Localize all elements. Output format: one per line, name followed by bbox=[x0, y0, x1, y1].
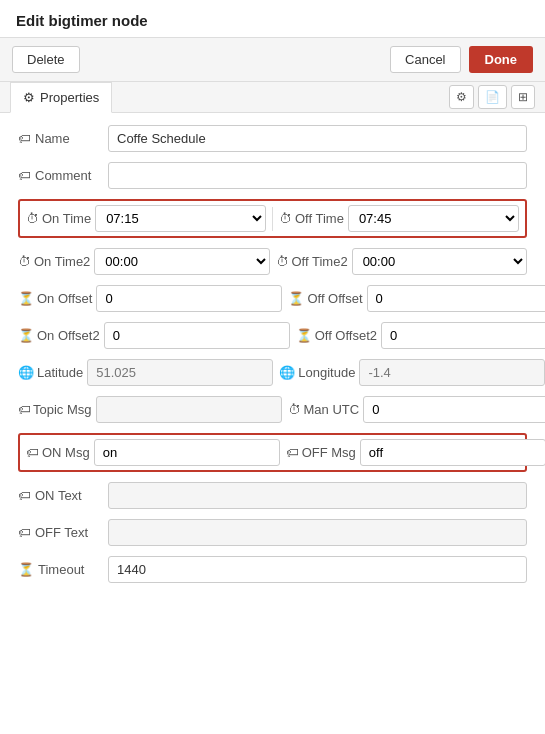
clock-icon-utc: ⏱ bbox=[288, 402, 301, 417]
on-time-cell: ⏱ On Time 07:15 bbox=[26, 205, 266, 232]
tag-icon-offtext: 🏷 bbox=[18, 525, 31, 540]
hourglass-icon-on: ⏳ bbox=[18, 291, 34, 306]
off-offset2-label: ⏳ Off Offset2 bbox=[296, 328, 377, 343]
off-time-cell: ⏱ Off Time 07:45 bbox=[279, 205, 519, 232]
longitude-cell: 🌐 Longitude bbox=[279, 359, 545, 386]
latitude-label: 🌐 Latitude bbox=[18, 365, 83, 380]
off-offset-cell: ⏳ Off Offset bbox=[288, 285, 545, 312]
manutc-cell: ⏱ Man UTC bbox=[288, 396, 545, 423]
comment-label: 🏷 Comment bbox=[18, 168, 108, 183]
delete-button[interactable]: Delete bbox=[12, 46, 80, 73]
off-msg-label: 🏷 OFF Msg bbox=[286, 445, 356, 460]
clock-icon-off2: ⏱ bbox=[276, 254, 289, 269]
off-offset-label: ⏳ Off Offset bbox=[288, 291, 362, 306]
comment-input[interactable] bbox=[108, 162, 527, 189]
latitude-input[interactable] bbox=[87, 359, 273, 386]
on-off-time2-row: ⏱ On Time2 00:00 ⏱ Off Time2 00:00 bbox=[18, 248, 527, 275]
gear-icon: ⚙ bbox=[23, 90, 35, 105]
tabs-bar: ⚙ Properties ⚙ 📄 ⊞ bbox=[0, 82, 545, 113]
tag-icon-onmsg: 🏷 bbox=[26, 445, 39, 460]
topic-label: 🏷 Topic Msg bbox=[18, 402, 92, 417]
longitude-input[interactable] bbox=[359, 359, 545, 386]
clock-icon-on: ⏱ bbox=[26, 211, 39, 226]
tab-properties[interactable]: ⚙ Properties bbox=[10, 82, 112, 113]
off-text-input[interactable] bbox=[108, 519, 527, 546]
topic-input[interactable] bbox=[96, 396, 282, 423]
off-offset-input[interactable] bbox=[367, 285, 545, 312]
on-offset2-label: ⏳ On Offset2 bbox=[18, 328, 100, 343]
tab-icons: ⚙ 📄 ⊞ bbox=[449, 85, 535, 109]
tag-icon-offmsg: 🏷 bbox=[286, 445, 299, 460]
on-offset2-cell: ⏳ On Offset2 bbox=[18, 322, 290, 349]
on-msg-label: 🏷 ON Msg bbox=[26, 445, 90, 460]
off-offset2-input[interactable] bbox=[381, 322, 545, 349]
tab-icon-doc[interactable]: 📄 bbox=[478, 85, 507, 109]
name-input[interactable] bbox=[108, 125, 527, 152]
manutc-input[interactable] bbox=[363, 396, 545, 423]
on-off-offset2-row: ⏳ On Offset2 ⏳ Off Offset2 bbox=[18, 322, 527, 349]
on-off-msg-row: 🏷 ON Msg 🏷 OFF Msg bbox=[18, 433, 527, 472]
comment-row: 🏷 Comment bbox=[18, 162, 527, 189]
clock-icon-off: ⏱ bbox=[279, 211, 292, 226]
off-offset2-cell: ⏳ Off Offset2 bbox=[296, 322, 545, 349]
topic-manutc-row: 🏷 Topic Msg ⏱ Man UTC bbox=[18, 396, 527, 423]
name-label: 🏷 Name bbox=[18, 131, 108, 146]
off-time2-label: ⏱ Off Time2 bbox=[276, 254, 348, 269]
off-msg-cell: 🏷 OFF Msg bbox=[286, 439, 545, 466]
on-msg-cell: 🏷 ON Msg bbox=[26, 439, 280, 466]
toolbar: Delete Cancel Done bbox=[0, 38, 545, 82]
longitude-label: 🌐 Longitude bbox=[279, 365, 355, 380]
page-header: Edit bigtimer node bbox=[0, 0, 545, 38]
hourglass-icon-off: ⏳ bbox=[288, 291, 304, 306]
globe-icon-lat: 🌐 bbox=[18, 365, 34, 380]
tab-icon-grid[interactable]: ⊞ bbox=[511, 85, 535, 109]
off-text-label: 🏷 OFF Text bbox=[18, 525, 108, 540]
form-body: 🏷 Name 🏷 Comment ⏱ On Time 07:15 ⏱ Off T bbox=[0, 113, 545, 605]
timeout-row: ⏳ Timeout bbox=[18, 556, 527, 583]
on-time2-cell: ⏱ On Time2 00:00 bbox=[18, 248, 270, 275]
on-text-row: 🏷 ON Text bbox=[18, 482, 527, 509]
on-text-label: 🏷 ON Text bbox=[18, 488, 108, 503]
on-off-offset-row: ⏳ On Offset ⏳ Off Offset bbox=[18, 285, 527, 312]
off-time-label: ⏱ Off Time bbox=[279, 211, 344, 226]
on-offset-cell: ⏳ On Offset bbox=[18, 285, 282, 312]
cancel-button[interactable]: Cancel bbox=[390, 46, 460, 73]
hourglass-icon-timeout: ⏳ bbox=[18, 562, 34, 577]
on-time-select[interactable]: 07:15 bbox=[95, 205, 266, 232]
tag-icon: 🏷 bbox=[18, 131, 31, 146]
tag-icon-topic: 🏷 bbox=[18, 402, 31, 417]
topic-cell: 🏷 Topic Msg bbox=[18, 396, 282, 423]
off-time-select[interactable]: 07:45 bbox=[348, 205, 519, 232]
on-offset-input[interactable] bbox=[96, 285, 282, 312]
on-msg-input[interactable] bbox=[94, 439, 280, 466]
tag-icon-ontext: 🏷 bbox=[18, 488, 31, 503]
off-text-row: 🏷 OFF Text bbox=[18, 519, 527, 546]
globe-icon-lon: 🌐 bbox=[279, 365, 295, 380]
timeout-label: ⏳ Timeout bbox=[18, 562, 108, 577]
on-off-time-row: ⏱ On Time 07:15 ⏱ Off Time 07:45 bbox=[18, 199, 527, 238]
timeout-input[interactable] bbox=[108, 556, 527, 583]
on-time-label: ⏱ On Time bbox=[26, 211, 91, 226]
btn-group: Cancel Done bbox=[390, 46, 533, 73]
tag-icon-comment: 🏷 bbox=[18, 168, 31, 183]
off-time2-cell: ⏱ Off Time2 00:00 bbox=[276, 248, 528, 275]
off-msg-input[interactable] bbox=[360, 439, 545, 466]
on-offset2-input[interactable] bbox=[104, 322, 290, 349]
on-time2-select[interactable]: 00:00 bbox=[94, 248, 269, 275]
tab-properties-label: Properties bbox=[40, 90, 99, 105]
on-time2-label: ⏱ On Time2 bbox=[18, 254, 90, 269]
done-button[interactable]: Done bbox=[469, 46, 534, 73]
off-time2-select[interactable]: 00:00 bbox=[352, 248, 527, 275]
page-title: Edit bigtimer node bbox=[16, 12, 148, 29]
on-text-input[interactable] bbox=[108, 482, 527, 509]
time-divider bbox=[272, 207, 273, 231]
lat-lon-row: 🌐 Latitude 🌐 Longitude bbox=[18, 359, 527, 386]
hourglass-icon-on2: ⏳ bbox=[18, 328, 34, 343]
clock-icon-on2: ⏱ bbox=[18, 254, 31, 269]
hourglass-icon-off2: ⏳ bbox=[296, 328, 312, 343]
on-offset-label: ⏳ On Offset bbox=[18, 291, 92, 306]
latitude-cell: 🌐 Latitude bbox=[18, 359, 273, 386]
tab-icon-gear[interactable]: ⚙ bbox=[449, 85, 474, 109]
name-row: 🏷 Name bbox=[18, 125, 527, 152]
manutc-label: ⏱ Man UTC bbox=[288, 402, 360, 417]
